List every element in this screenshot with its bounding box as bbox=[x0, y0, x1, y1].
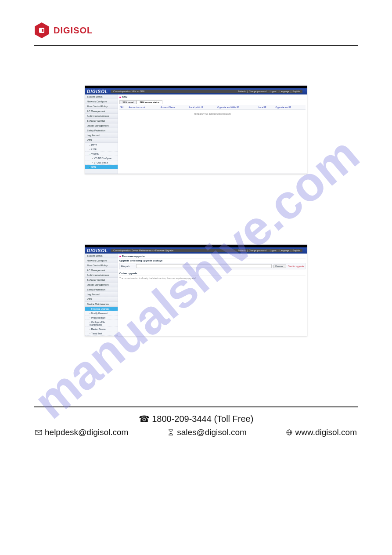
link-logout[interactable]: Logout bbox=[270, 249, 276, 252]
sidebar-item-behavior-control[interactable]: Behavior Control bbox=[85, 278, 118, 283]
phone-icon: ☎ bbox=[139, 414, 150, 424]
section-online-title: Online upgrade bbox=[119, 272, 306, 275]
sidebar-item-system-status[interactable]: System Status bbox=[85, 254, 118, 258]
footer-web: www.digisol.com bbox=[286, 428, 357, 437]
th-opp-end-ip: Opposite end IP bbox=[275, 105, 306, 110]
table-empty-msg: Temporary not built up tunnel account bbox=[119, 110, 306, 118]
sidebar-sub-vtuns-status[interactable]: •VTUNS Status bbox=[85, 160, 118, 165]
sidebar-item-safety-protection[interactable]: Safety Protection bbox=[85, 128, 118, 133]
online-upgrade-note: The current version is already the lates… bbox=[119, 276, 306, 279]
brand-logo: DIGISOL bbox=[34, 22, 358, 39]
footer: ☎ 1800-209-3444 (Toll Free) helpdesk@dig… bbox=[34, 414, 358, 437]
sidebar-sub-spn[interactable]: ▸SPN bbox=[85, 165, 118, 169]
sidebar-sub-restart-device[interactable]: •Restart Device bbox=[85, 327, 118, 331]
breadcrumb: Current operation: Device Maintenance >>… bbox=[113, 249, 173, 252]
link-language[interactable]: Language bbox=[280, 90, 289, 93]
hourglass-icon bbox=[167, 429, 174, 436]
brand-name: DIGISOL bbox=[54, 25, 93, 36]
sidebar-item-object-management[interactable]: Object Management bbox=[85, 283, 118, 287]
start-upgrade-link[interactable]: Start to upgrade bbox=[288, 265, 304, 268]
spn-table: SN Account account Account Name Local pu… bbox=[119, 105, 306, 118]
upload-row: File path Browse... Start to upgrade bbox=[119, 263, 306, 269]
footer-helpdesk: helpdesk@digisol.com bbox=[35, 428, 128, 437]
sidebar-item-ac-management[interactable]: AC Management bbox=[85, 109, 118, 114]
sidebar-sub-ping-detection[interactable]: •Ping Detection bbox=[85, 316, 118, 320]
sidebar-item-flow-control[interactable]: Flow Control Policy bbox=[85, 104, 118, 109]
sidebar-sub-configure-file-maintenance[interactable]: •Configure File Maintenance bbox=[85, 320, 118, 327]
app-header: DIGISOL Current operation: Device Mainte… bbox=[85, 247, 307, 254]
section-upload-title: Upgrade by loading upgrade package bbox=[119, 259, 306, 262]
link-change-password[interactable]: Change password bbox=[249, 90, 266, 93]
sidebar-sub-pptp[interactable]: ▸PPTP bbox=[85, 143, 118, 147]
sidebar-item-vpn[interactable]: VPN bbox=[85, 138, 118, 143]
panel-title: ■Firmware upgrade bbox=[119, 255, 306, 258]
mail-icon bbox=[35, 429, 42, 436]
sidebar-item-system-status[interactable]: System Status bbox=[85, 94, 118, 99]
main-panel: ■SPN SPN tunnel SPN access status SN Acc… bbox=[118, 94, 307, 174]
panel-title: ■SPN bbox=[119, 96, 306, 99]
th-opp-wan-ip: Opposite end WAN IP bbox=[216, 105, 257, 110]
phone-number: 1800-209-3444 (Toll Free) bbox=[152, 414, 253, 424]
header-links: Refresh| Change password| Logout| Langua… bbox=[238, 90, 300, 93]
tab-spn-access-status[interactable]: SPN access status bbox=[137, 100, 162, 104]
file-path-label: File path bbox=[121, 265, 134, 268]
sidebar-item-log-record[interactable]: Log Record bbox=[85, 133, 118, 138]
header-divider bbox=[34, 45, 358, 46]
app-header: DIGISOL Current operation: VPN >> SPN Re… bbox=[85, 88, 307, 94]
link-change-password[interactable]: Change password bbox=[249, 249, 266, 252]
screenshot-firmware-upgrade: DIGISOL Current operation: Device Mainte… bbox=[85, 244, 307, 336]
link-refresh[interactable]: Refresh bbox=[238, 90, 246, 93]
sidebar-item-auth-internet[interactable]: Auth Internet Access bbox=[85, 273, 118, 278]
tab-spn-tunnel[interactable]: SPN tunnel bbox=[119, 100, 137, 104]
sidebar-sub-vtuns-configure[interactable]: •VTUNS Configure bbox=[85, 156, 118, 160]
browse-button[interactable]: Browse... bbox=[273, 265, 286, 268]
link-language[interactable]: Language bbox=[280, 249, 289, 252]
header-links: Refresh| Change password| Logout| Langua… bbox=[238, 249, 300, 252]
sidebar: System Status Network Configure Flow Con… bbox=[85, 94, 118, 174]
th-account-account: Account account bbox=[128, 105, 159, 110]
sidebar-sub-modify-password[interactable]: •Modify Password bbox=[85, 311, 118, 316]
sidebar-item-network-configure[interactable]: Network Configure bbox=[85, 258, 118, 263]
app-brand: DIGISOL bbox=[87, 89, 108, 94]
screenshot-vpn-spn: DIGISOL Current operation: VPN >> SPN Re… bbox=[85, 85, 307, 174]
footer-sales: sales@digisol.com bbox=[167, 428, 247, 437]
sidebar-item-network-configure[interactable]: Network Configure bbox=[85, 99, 118, 104]
sidebar: System Status Network Configure Flow Con… bbox=[85, 254, 118, 336]
breadcrumb: Current operation: VPN >> SPN bbox=[113, 90, 144, 93]
sidebar-item-flow-control[interactable]: Flow Control Policy bbox=[85, 263, 118, 268]
link-english[interactable]: English bbox=[293, 90, 300, 93]
sidebar-item-vpn[interactable]: VPN bbox=[85, 297, 118, 302]
globe-icon bbox=[286, 429, 293, 436]
th-local-public-ip: Local public IP bbox=[188, 105, 217, 110]
sidebar-sub-timed-task[interactable]: •Timed Task bbox=[85, 331, 118, 336]
link-logout[interactable]: Logout bbox=[270, 90, 276, 93]
app-brand: DIGISOL bbox=[87, 248, 108, 253]
logo-hexagon-icon bbox=[34, 22, 49, 39]
sidebar-item-device-maintenance[interactable]: Device Maintenance bbox=[85, 302, 118, 307]
sidebar-sub-vtuns[interactable]: ▾VTUNS bbox=[85, 152, 118, 156]
sidebar-item-object-management[interactable]: Object Management bbox=[85, 123, 118, 128]
sidebar-item-auth-internet[interactable]: Auth Internet Access bbox=[85, 114, 118, 119]
file-path-input[interactable] bbox=[136, 264, 272, 268]
tabs: SPN tunnel SPN access status bbox=[119, 100, 306, 104]
breadcrumb-bar: Current operation: VPN >> SPN Refresh| C… bbox=[111, 90, 302, 93]
sidebar-item-log-record[interactable]: Log Record bbox=[85, 292, 118, 297]
link-english[interactable]: English bbox=[293, 249, 300, 252]
sidebar-item-ac-management[interactable]: AC Management bbox=[85, 268, 118, 273]
th-local-ip: Local IP bbox=[257, 105, 274, 110]
footer-phone: ☎ 1800-209-3444 (Toll Free) bbox=[34, 414, 358, 424]
sidebar-item-behavior-control[interactable]: Behavior Control bbox=[85, 119, 118, 123]
th-sn: SN bbox=[119, 105, 128, 110]
footer-divider bbox=[34, 406, 358, 407]
sidebar-item-safety-protection[interactable]: Safety Protection bbox=[85, 287, 118, 292]
main-panel: ■Firmware upgrade Upgrade by loading upg… bbox=[118, 254, 307, 336]
link-refresh[interactable]: Refresh bbox=[238, 249, 246, 252]
sidebar-sub-firmware-upgrade[interactable]: •Firmware Upgrade bbox=[85, 307, 118, 311]
th-account-name: Account Name bbox=[160, 105, 188, 110]
sidebar-sub-l2tp[interactable]: ▸L2TP bbox=[85, 147, 118, 152]
breadcrumb-bar: Current operation: Device Maintenance >>… bbox=[111, 249, 302, 252]
svg-rect-2 bbox=[42, 29, 43, 32]
